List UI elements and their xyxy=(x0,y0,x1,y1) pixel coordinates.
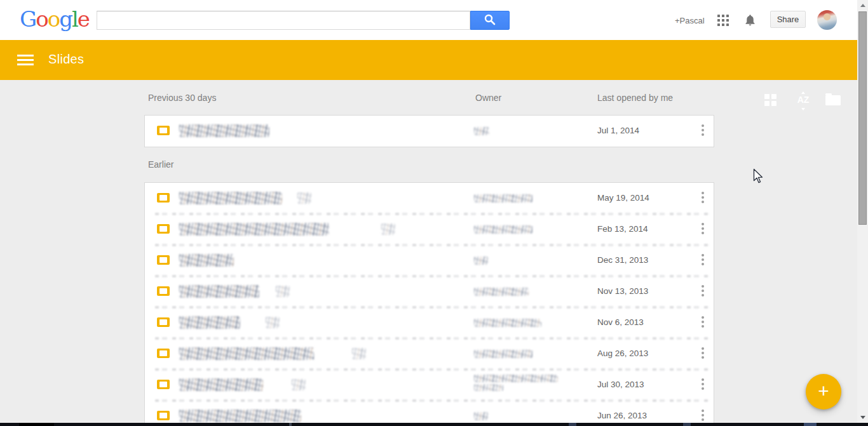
logo-letter: e xyxy=(78,6,89,32)
sort-az-icon[interactable]: AZ xyxy=(796,93,811,109)
profile-link[interactable]: +Pascal xyxy=(675,16,705,25)
sort-letters: AZ xyxy=(797,95,810,105)
scrollbar-thumb[interactable] xyxy=(858,11,867,225)
slides-file-icon xyxy=(157,317,170,327)
row-date: Aug 26, 2013 xyxy=(597,349,648,358)
more-actions-icon[interactable] xyxy=(696,314,709,332)
redacted-title-fragment xyxy=(276,286,290,297)
row-divider xyxy=(155,399,711,402)
more-actions-icon[interactable] xyxy=(696,221,709,239)
slides-file-icon xyxy=(157,224,170,234)
scroll-up-button[interactable] xyxy=(857,0,868,11)
slides-file-icon xyxy=(157,286,170,296)
file-row[interactable]: Jul 1, 2014 xyxy=(145,116,714,147)
slides-file-icon xyxy=(157,255,170,265)
mouse-cursor xyxy=(753,168,763,187)
redacted-owner xyxy=(474,412,488,420)
search-icon xyxy=(484,13,496,28)
redacted-owner xyxy=(474,194,532,203)
file-row[interactable]: Dec 31, 2013 xyxy=(145,245,714,276)
logo-letter: G xyxy=(20,6,36,32)
redacted-title-fragment xyxy=(292,379,306,390)
redacted-owner xyxy=(474,256,488,265)
slides-file-icon xyxy=(157,193,170,203)
slides-file-icon xyxy=(157,380,170,389)
row-date: Dec 31, 2013 xyxy=(597,255,648,265)
top-bar: Google +Pascal Share xyxy=(0,0,868,40)
redacted-title-fragment xyxy=(381,223,395,235)
column-header-last-opened: Last opened by me xyxy=(597,93,673,103)
redacted-file-title xyxy=(179,316,240,329)
search-input[interactable] xyxy=(97,11,470,30)
redacted-file-title xyxy=(179,192,282,204)
logo-letter: o xyxy=(36,6,47,32)
redacted-owner xyxy=(474,127,489,135)
more-actions-icon[interactable] xyxy=(696,345,709,363)
row-divider xyxy=(155,244,711,246)
more-actions-icon[interactable] xyxy=(696,252,709,270)
row-date: Jun 26, 2013 xyxy=(597,411,647,420)
section-label-earlier: Earlier xyxy=(148,159,173,170)
logo-letter: o xyxy=(48,6,59,32)
file-row[interactable]: Feb 13, 2014 xyxy=(145,214,714,245)
redacted-title-fragment xyxy=(266,317,280,328)
file-row[interactable]: Jun 26, 2013 xyxy=(145,401,714,426)
more-actions-icon[interactable] xyxy=(696,283,709,301)
row-divider xyxy=(155,306,711,309)
more-actions-icon[interactable] xyxy=(696,123,709,140)
row-date: May 19, 2014 xyxy=(597,193,649,203)
apps-grid-icon[interactable] xyxy=(717,15,729,27)
row-divider xyxy=(155,213,711,215)
create-new-button[interactable]: + xyxy=(806,374,841,409)
avatar[interactable] xyxy=(817,10,837,30)
grid-view-icon[interactable] xyxy=(764,94,776,106)
redacted-owner xyxy=(474,225,532,234)
redacted-file-title xyxy=(179,347,314,360)
page-title: Slides xyxy=(48,52,84,67)
redacted-title-fragment xyxy=(352,348,366,359)
redacted-owner xyxy=(474,375,558,382)
row-divider xyxy=(155,275,711,277)
file-row[interactable]: Aug 26, 2013 xyxy=(145,338,714,369)
redacted-owner xyxy=(474,288,529,296)
redacted-owner xyxy=(474,350,532,358)
file-row[interactable]: May 19, 2014 xyxy=(145,183,714,214)
google-logo[interactable]: Google xyxy=(20,6,89,32)
section-label-previous-30-days: Previous 30 days xyxy=(148,93,216,103)
folder-icon[interactable] xyxy=(825,95,841,105)
column-header-owner: Owner xyxy=(475,93,501,103)
redacted-file-title xyxy=(179,378,263,391)
menu-icon[interactable] xyxy=(17,55,34,65)
row-date: Nov 13, 2013 xyxy=(597,286,648,296)
scroll-down-button[interactable] xyxy=(857,412,868,423)
row-divider xyxy=(155,368,711,371)
background-window-edge xyxy=(0,423,868,426)
file-row[interactable]: Jul 30, 2013 xyxy=(145,369,714,401)
notifications-bell-icon[interactable] xyxy=(743,13,757,29)
logo-letter: g xyxy=(59,6,72,32)
file-row[interactable]: Nov 6, 2013 xyxy=(145,307,714,338)
sort-up-arrow xyxy=(801,91,805,94)
redacted-file-title xyxy=(179,409,301,422)
file-row[interactable]: Nov 13, 2013 xyxy=(145,276,714,307)
search-button[interactable] xyxy=(470,11,510,30)
redacted-owner xyxy=(474,319,541,327)
more-actions-icon[interactable] xyxy=(696,190,709,208)
sort-down-arrow xyxy=(801,108,805,110)
redacted-file-title xyxy=(179,285,259,298)
logo-letter: l xyxy=(72,6,78,32)
redacted-file-title xyxy=(179,223,329,236)
file-list-card-earlier: May 19, 2014 Feb 13, 2014 Dec 31, 2013 N… xyxy=(144,182,714,426)
app-bar: Slides AZ xyxy=(0,40,868,80)
row-divider xyxy=(155,337,711,340)
row-date: Feb 13, 2014 xyxy=(597,224,648,234)
row-date: Nov 6, 2013 xyxy=(597,317,644,327)
more-actions-icon[interactable] xyxy=(696,376,709,394)
redacted-file-title xyxy=(179,124,269,137)
redacted-title-fragment xyxy=(297,192,311,204)
share-button[interactable]: Share xyxy=(770,11,806,28)
row-date: Jul 30, 2013 xyxy=(597,380,644,389)
vertical-scrollbar[interactable] xyxy=(857,0,868,423)
slides-file-icon xyxy=(157,349,170,358)
row-date: Jul 1, 2014 xyxy=(597,126,639,135)
